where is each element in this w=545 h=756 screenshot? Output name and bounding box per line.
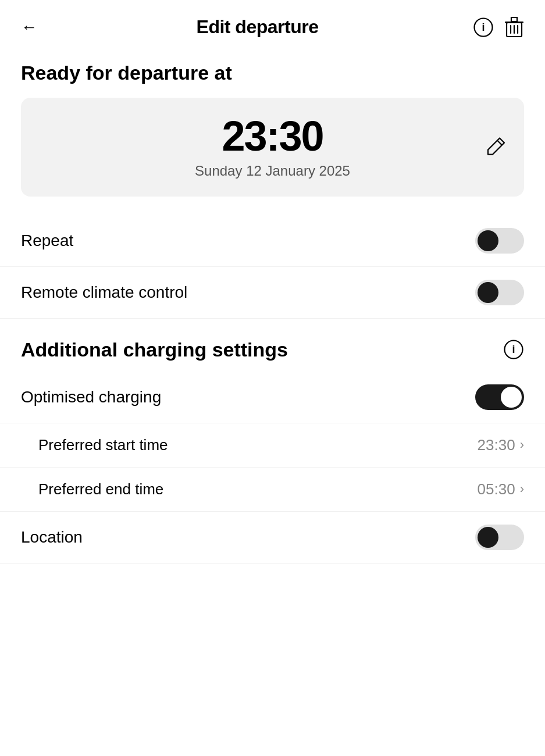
delete-button[interactable] (504, 17, 524, 38)
svg-text:i: i (482, 22, 485, 33)
trash-icon (504, 17, 524, 38)
svg-line-8 (497, 140, 502, 145)
optimised-charging-row: Optimised charging (0, 372, 545, 423)
ready-heading: Ready for departure at (0, 49, 545, 95)
preferred-start-value-group: 23:30 › (478, 436, 524, 454)
additional-charging-heading: Additional charging settings (21, 338, 288, 361)
preferred-end-row[interactable]: Preferred end time 05:30 › (0, 468, 545, 512)
page-title: Edit departure (197, 16, 319, 38)
svg-rect-3 (511, 17, 517, 22)
location-toggle[interactable] (475, 525, 524, 550)
optimised-charging-label: Optimised charging (21, 388, 161, 406)
info-icon: i (473, 17, 494, 38)
preferred-start-row[interactable]: Preferred start time 23:30 › (0, 423, 545, 468)
preferred-start-label: Preferred start time (21, 436, 168, 454)
app-header: ← Edit departure i (0, 0, 545, 49)
edit-time-button[interactable] (486, 135, 507, 158)
remote-climate-toggle[interactable] (475, 280, 524, 305)
departure-date: Sunday 12 January 2025 (195, 163, 350, 179)
repeat-label: Repeat (21, 231, 73, 250)
preferred-start-value: 23:30 (478, 436, 515, 454)
svg-text:i: i (512, 344, 515, 355)
info-circle-icon: i (503, 339, 524, 360)
preferred-end-label: Preferred end time (21, 480, 163, 498)
additional-charging-section: Additional charging settings i (0, 319, 545, 372)
location-label: Location (21, 528, 83, 547)
location-row: Location (0, 512, 545, 564)
repeat-toggle[interactable] (475, 228, 524, 254)
pencil-icon (486, 135, 507, 156)
remote-climate-label: Remote climate control (21, 283, 187, 302)
time-card: 23:30 Sunday 12 January 2025 (21, 98, 524, 197)
preferred-end-value-group: 05:30 › (478, 480, 524, 498)
remote-climate-row: Remote climate control (0, 267, 545, 319)
header-right: i (473, 17, 524, 38)
chevron-right-icon: › (520, 437, 524, 452)
repeat-row: Repeat (0, 215, 545, 267)
back-button[interactable]: ← (21, 17, 42, 38)
info-button[interactable]: i (473, 17, 494, 38)
departure-time: 23:30 (222, 115, 323, 157)
optimised-charging-toggle[interactable] (475, 384, 524, 410)
additional-charging-info-button[interactable]: i (503, 339, 524, 360)
chevron-right-icon-end: › (520, 482, 524, 497)
preferred-end-value: 05:30 (478, 480, 515, 498)
header-left: ← (21, 17, 42, 38)
